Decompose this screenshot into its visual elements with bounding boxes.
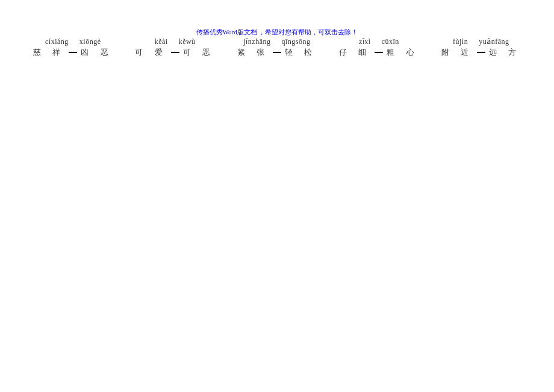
hanzi-right: 凶 恶 (81, 47, 113, 58)
hanzi-row: 仔 细 粗 心 (339, 47, 419, 58)
dash-icon (273, 52, 281, 53)
dash-icon (375, 52, 383, 53)
pinyin-right: yuǎnfāng (479, 37, 509, 46)
pinyin-row: kěài kěwù (155, 37, 196, 46)
pinyin-row: cíxiáng xiōngè (45, 37, 101, 46)
hanzi-right: 可 恶 (183, 47, 215, 58)
hanzi-right: 粗 心 (387, 47, 419, 58)
word-pair: kěài kěwù 可 爱 可 恶 (135, 37, 215, 58)
hanzi-row: 紧 张 轻 松 (237, 47, 317, 58)
hanzi-left: 慈 祥 (33, 47, 65, 58)
pinyin-right: qīngsōng (281, 37, 310, 46)
pinyin-row: jǐnzhāng qīngsōng (243, 37, 310, 46)
pinyin-row: zǐxì cūxīn (359, 37, 399, 46)
hanzi-right: 远 方 (489, 47, 521, 58)
hanzi-row: 附 近 远 方 (441, 47, 521, 58)
pinyin-left: zǐxì (359, 37, 371, 46)
hanzi-row: 慈 祥 凶 恶 (33, 47, 113, 58)
hanzi-row: 可 爱 可 恶 (135, 47, 215, 58)
word-pair: jǐnzhāng qīngsōng 紧 张 轻 松 (237, 37, 317, 58)
pinyin-left: cíxiáng (45, 37, 69, 46)
hanzi-right: 轻 松 (285, 47, 317, 58)
dash-icon (477, 52, 485, 53)
pinyin-left: kěài (155, 37, 168, 46)
pinyin-right: xiōngè (79, 37, 101, 46)
pinyin-left: jǐnzhāng (243, 37, 270, 46)
antonym-pairs-row: cíxiáng xiōngè 慈 祥 凶 恶 kěài kěwù 可 爱 可 恶… (33, 37, 521, 58)
pinyin-row: fùjìn yuǎnfāng (453, 37, 509, 46)
pinyin-left: fùjìn (453, 37, 468, 46)
header-note: 传播优秀Word版文档 ，希望对您有帮助，可双击去除！ (0, 28, 554, 37)
word-pair: zǐxì cūxīn 仔 细 粗 心 (339, 37, 419, 58)
dash-icon (69, 52, 77, 53)
dash-icon (171, 52, 179, 53)
hanzi-left: 仔 细 (339, 47, 371, 58)
word-pair: cíxiáng xiōngè 慈 祥 凶 恶 (33, 37, 113, 58)
word-pair: fùjìn yuǎnfāng 附 近 远 方 (441, 37, 521, 58)
hanzi-left: 紧 张 (237, 47, 269, 58)
hanzi-left: 可 爱 (135, 47, 167, 58)
pinyin-right: cūxīn (382, 37, 399, 46)
hanzi-left: 附 近 (441, 47, 473, 58)
pinyin-right: kěwù (179, 37, 196, 46)
